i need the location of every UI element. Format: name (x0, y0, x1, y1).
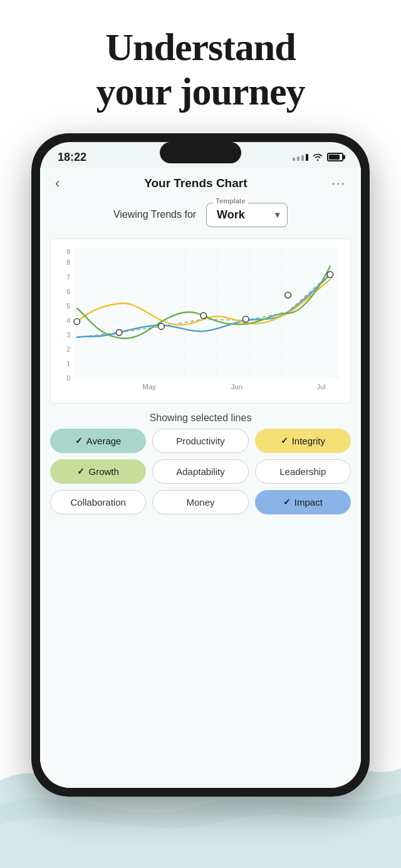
check-icon: ✓ (283, 497, 291, 507)
pills-row-1: ✓ Average Productivity ✓ Integrity (50, 429, 351, 453)
check-icon: ✓ (75, 436, 83, 446)
pill-label: Average (86, 436, 122, 446)
pill-label: Collaboration (70, 497, 125, 508)
signal-icon (293, 154, 308, 161)
phone-frame: 18:22 (31, 133, 370, 797)
svg-point-16 (116, 329, 122, 335)
svg-text:0: 0 (66, 374, 70, 382)
svg-text:Jun: Jun (231, 382, 242, 390)
pill-average[interactable]: ✓ Average (50, 429, 146, 453)
svg-text:5: 5 (66, 302, 70, 309)
phone-wrapper: 18:22 (0, 133, 401, 797)
template-dropdown[interactable]: Template Work ▾ (206, 203, 288, 227)
pill-label: Leadership (279, 466, 326, 477)
pill-money[interactable]: Money (152, 490, 248, 514)
svg-point-17 (159, 323, 165, 329)
svg-text:9: 9 (66, 248, 70, 255)
pills-area: ✓ Average Productivity ✓ Integrity (40, 429, 361, 514)
svg-point-21 (327, 272, 333, 278)
svg-point-18 (200, 312, 207, 319)
pill-adaptability[interactable]: Adaptability (152, 459, 248, 484)
pill-label: Productivity (176, 436, 225, 446)
pill-impact[interactable]: ✓ Impact (255, 490, 351, 514)
pill-collaboration[interactable]: Collaboration (50, 490, 146, 514)
selected-template-value: Work (217, 208, 245, 221)
svg-point-15 (74, 319, 80, 325)
pill-label: Money (186, 497, 214, 508)
viewing-label: Viewing Trends for (113, 209, 196, 220)
pills-row-3: Collaboration Money ✓ Impact (50, 490, 351, 514)
svg-text:1: 1 (66, 360, 70, 367)
template-section: Viewing Trends for Template Work ▾ (40, 197, 361, 233)
svg-text:8: 8 (66, 258, 70, 266)
pill-growth[interactable]: ✓ Growth (50, 459, 146, 484)
check-icon: ✓ (281, 436, 288, 446)
trends-chart: 0 1 2 3 4 5 6 7 8 9 May Jun Jul (56, 245, 345, 396)
back-button[interactable]: ‹ (55, 175, 60, 191)
wifi-icon (312, 152, 323, 163)
svg-point-20 (285, 292, 291, 298)
pill-label: Growth (88, 466, 118, 477)
battery-icon (327, 153, 343, 161)
chart-container: 0 1 2 3 4 5 6 7 8 9 May Jun Jul (50, 238, 351, 404)
showing-label: Showing selected lines (40, 406, 361, 429)
phone-screen: 18:22 (40, 142, 361, 788)
screen-header: ‹ Your Trends Chart ··· (40, 168, 361, 197)
content-area: ‹ Your Trends Chart ··· Viewing Trends f… (40, 168, 361, 788)
pill-leadership[interactable]: Leadership (255, 459, 351, 484)
page-title: Your Trends Chart (144, 176, 247, 190)
pill-productivity[interactable]: Productivity (152, 429, 248, 453)
svg-text:3: 3 (66, 331, 70, 339)
status-icons (293, 152, 343, 163)
dynamic-island (160, 142, 241, 163)
status-time: 18:22 (58, 151, 86, 164)
svg-point-19 (242, 316, 249, 322)
pills-row-2: ✓ Growth Adaptability Leadership (50, 459, 351, 484)
pill-label: Adaptability (176, 466, 225, 477)
template-field-label: Template (213, 197, 247, 205)
chevron-down-icon: ▾ (275, 210, 279, 220)
hero-text: Understand your journey (0, 0, 401, 133)
svg-text:Jul: Jul (316, 382, 326, 390)
svg-rect-1 (74, 248, 340, 378)
svg-text:6: 6 (66, 287, 70, 295)
pill-label: Integrity (292, 436, 325, 446)
svg-text:2: 2 (66, 345, 70, 353)
pill-integrity[interactable]: ✓ Integrity (255, 429, 351, 453)
check-icon: ✓ (77, 466, 85, 476)
svg-text:7: 7 (66, 273, 70, 280)
svg-text:4: 4 (66, 316, 70, 324)
pill-label: Impact (294, 497, 323, 508)
svg-text:May: May (142, 382, 156, 390)
more-button[interactable]: ··· (331, 176, 346, 190)
